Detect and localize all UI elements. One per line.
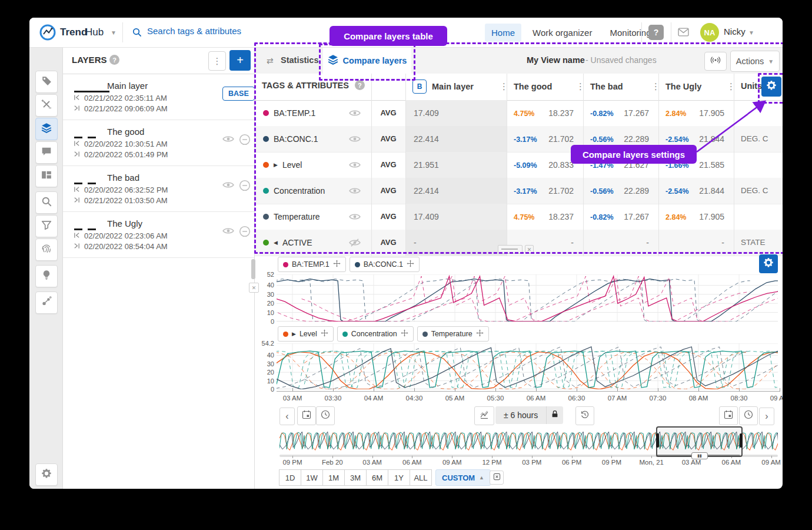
help-button[interactable]: ? [648, 25, 664, 40]
range-button-1m[interactable]: 1M [322, 469, 345, 486]
tag-visibility-button[interactable] [349, 187, 361, 197]
aggregation-cell[interactable]: AVG [371, 108, 405, 117]
layer-card-main-layer[interactable]: Main layer02/21/2022 02:35:11 AM02/21/20… [62, 74, 254, 120]
layer-visibility-button[interactable] [222, 181, 234, 191]
move-icon[interactable] [476, 329, 484, 339]
column-header-the-good[interactable]: The good⋮ [514, 79, 552, 94]
tab-statistics[interactable]: Statistics [281, 55, 318, 65]
range-button-1d[interactable]: 1D [279, 469, 301, 486]
table-row-temperature[interactable]: TemperatureAVG17.4094.75%18.237-0.82%17.… [255, 204, 783, 230]
time-range-control[interactable]: ± 6 hours [495, 406, 563, 424]
aggregation-cell[interactable]: AVG [371, 160, 405, 169]
sidebar-item-dashboards[interactable] [35, 165, 58, 187]
trend-chart-2[interactable] [277, 343, 778, 389]
expand-icon[interactable]: ▶ [274, 162, 278, 168]
tab-compare-layers[interactable]: Compare layers [323, 47, 411, 74]
settings-button[interactable] [35, 463, 58, 486]
actions-button[interactable]: Actions▼ [730, 51, 780, 72]
layer-remove-button[interactable] [239, 134, 251, 148]
pan-left-button[interactable]: ‹ [279, 408, 295, 425]
aggregation-cell[interactable]: AVG [371, 238, 405, 247]
close-icon[interactable]: ✕ [525, 245, 534, 254]
column-header-the-bad[interactable]: The bad⋮ [590, 79, 623, 94]
minimap-selection-brush[interactable]: ▮▮ [656, 426, 743, 457]
aggregation-cell[interactable]: AVG [371, 186, 405, 195]
table-settings-button[interactable] [761, 77, 781, 97]
legend-chip-temperature[interactable]: Temperature [417, 326, 489, 342]
layer-visibility-button[interactable] [222, 135, 234, 145]
user-menu-caret-icon[interactable]: ▼ [748, 29, 754, 36]
tags-help-icon[interactable]: ? [355, 80, 365, 90]
sidebar-item-tag[interactable] [35, 71, 58, 93]
range-button-1w[interactable]: 1W [301, 469, 323, 486]
compare-scale-button[interactable] [474, 406, 494, 425]
move-icon[interactable] [333, 260, 341, 269]
sidebar-item-ideas[interactable] [35, 265, 58, 287]
custom-range-button[interactable]: CUSTOM▲ [435, 469, 491, 486]
layer-card-the-ugly[interactable]: The Ugly02/20/2022 02:23:06 AM02/20/2022… [62, 211, 254, 258]
tag-visibility-button[interactable] [349, 109, 361, 120]
live-broadcast-button[interactable] [704, 52, 727, 71]
legend-chip-concentration[interactable]: Concentration [337, 326, 414, 342]
sidebar-item-search[interactable] [35, 191, 58, 214]
start-calendar-button[interactable] [297, 406, 316, 425]
sidebar-item-layers[interactable] [35, 118, 58, 140]
range-button-6m[interactable]: 6M [366, 469, 388, 486]
brush-right-handle[interactable] [740, 433, 743, 448]
range-button-1y[interactable]: 1Y [388, 469, 410, 486]
add-layer-button[interactable]: + [229, 50, 251, 71]
tag-visibility-button[interactable] [349, 161, 361, 171]
layers-menu-button[interactable]: ⋮ [208, 51, 226, 71]
collapse-icon[interactable]: ◀ [274, 240, 278, 246]
sidebar-item-filter[interactable] [35, 215, 58, 237]
sidebar-item-context[interactable] [35, 292, 58, 314]
table-row-concentration[interactable]: ConcentrationAVG22.414-3.17%21.702-0.56%… [255, 178, 783, 204]
pan-right-button[interactable]: › [759, 408, 774, 425]
mail-icon[interactable] [678, 28, 689, 39]
column-header-the-ugly[interactable]: The Ugly⋮ [665, 79, 701, 94]
layer-remove-button[interactable] [239, 226, 251, 240]
clear-custom-button[interactable] [490, 471, 504, 485]
move-icon[interactable] [321, 329, 328, 339]
table-row-ba-conc-1[interactable]: BA:CONC.1AVG22.414-3.17%21.702-0.56%22.2… [255, 126, 783, 153]
range-button-all[interactable]: ALL [410, 469, 432, 486]
aggregation-cell[interactable]: AVG [371, 212, 405, 221]
user-name[interactable]: Nicky [724, 26, 746, 37]
panel-v-scrollbar[interactable] [251, 259, 255, 279]
tag-visibility-button[interactable] [349, 135, 361, 145]
layers-help-icon[interactable]: ? [109, 55, 119, 65]
reset-time-button[interactable] [575, 406, 594, 425]
sidebar-item-calculations[interactable] [35, 94, 58, 117]
end-clock-button[interactable] [739, 406, 758, 425]
move-icon[interactable] [401, 329, 408, 339]
layer-visibility-button[interactable] [222, 227, 234, 237]
layer-card-the-good[interactable]: The good02/20/2022 10:30:51 AM02/20/2022… [62, 120, 254, 166]
lock-icon[interactable] [547, 410, 563, 420]
legend-chip-ba-conc-1[interactable]: BA:CONC.1 [350, 257, 420, 272]
aggregation-cell[interactable]: AVG [371, 134, 405, 143]
start-clock-button[interactable] [316, 406, 335, 425]
search-input[interactable] [146, 25, 313, 37]
legend-chip-level[interactable]: ▶Level [278, 326, 334, 342]
layer-card-the-bad[interactable]: The bad02/20/2022 06:32:52 PM02/21/2022 … [62, 165, 254, 212]
trend-chart-1[interactable] [277, 274, 778, 322]
layer-remove-button[interactable] [239, 180, 251, 194]
close-icon[interactable]: ✕ [249, 283, 259, 293]
user-avatar[interactable]: NA [700, 23, 719, 42]
legend-chip-ba-temp-1[interactable]: BA:TEMP.1 [278, 257, 346, 272]
tag-visibility-off-button[interactable] [349, 238, 361, 249]
sidebar-item-fingerprint[interactable] [35, 238, 58, 261]
table-row-level[interactable]: ▶LevelAVG21.951-5.09%20.833-1.47%21.627-… [255, 152, 783, 178]
nav-tab-work-organizer[interactable]: Work organizer [526, 24, 598, 42]
nav-tab-home[interactable]: Home [485, 24, 521, 42]
column-header-main-layer[interactable]: BMain layer⋮ [412, 79, 474, 94]
chart-settings-button[interactable] [759, 254, 778, 273]
logo-caret-icon[interactable]: ▼ [111, 29, 117, 36]
sidebar-item-comments[interactable] [35, 141, 58, 164]
end-calendar-button[interactable] [719, 406, 738, 425]
range-button-3m[interactable]: 3M [344, 469, 367, 486]
expand-icon[interactable]: ▶ [292, 331, 296, 337]
table-row-ba-temp-1[interactable]: BA:TEMP.1AVG17.4094.75%18.237-0.82%17.26… [255, 100, 783, 127]
move-icon[interactable] [407, 260, 414, 269]
tag-visibility-button[interactable] [349, 213, 361, 223]
